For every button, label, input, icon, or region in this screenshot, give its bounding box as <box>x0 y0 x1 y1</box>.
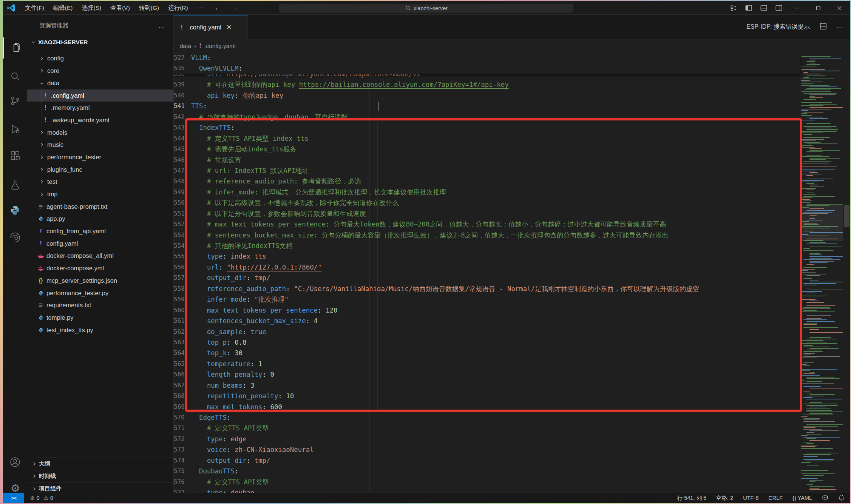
tab-config-yaml[interactable]: ! .config.yaml ✕ <box>174 15 248 39</box>
sidebar-more-actions-icon[interactable]: ··· <box>159 24 165 31</box>
sidebar-section-大纲[interactable]: 大纲 <box>27 458 173 470</box>
minimap-line <box>806 484 813 485</box>
status-encoding[interactable]: UTF-8 <box>743 495 758 501</box>
breadcrumb-folder[interactable]: data <box>180 43 191 49</box>
nav-forward-icon[interactable]: → <box>226 2 243 14</box>
tree-item-performance_tester[interactable]: performance_tester <box>27 151 173 163</box>
tree-item-config_from_api.yaml[interactable]: !config_from_api.yaml <box>27 225 173 237</box>
run-and-debug-icon[interactable] <box>3 119 27 140</box>
code-line-571: 571 # 定义TTS API类型 <box>174 423 800 433</box>
nav-back-icon[interactable]: ← <box>209 2 226 14</box>
tree-item-docker-compose.yml[interactable]: docker-compose.yml <box>27 262 173 274</box>
sidebar-root-folder[interactable]: XIAOZHI-SERVER <box>27 36 173 48</box>
code-line-549: 549 # infer_mode: 推理模式，分为普通推理和批次推理，长文本建议… <box>174 187 800 197</box>
minimap-line <box>803 137 830 138</box>
notifications-bell-icon[interactable] <box>838 494 845 502</box>
tree-item-.memory.yaml[interactable]: !.memory.yaml <box>27 102 173 114</box>
tree-item-data[interactable]: data <box>27 77 173 89</box>
split-editor-icon[interactable] <box>820 23 827 31</box>
minimize-button[interactable] <box>786 1 808 15</box>
menu-r[interactable]: 运行(R) <box>164 1 193 15</box>
toggle-primary-sidebar-icon[interactable] <box>741 1 756 15</box>
minimap-line <box>801 448 833 449</box>
minimap-line <box>801 69 825 70</box>
toggle-secondary-sidebar-icon[interactable] <box>771 1 786 15</box>
menu-e[interactable]: 编辑(E) <box>49 1 77 15</box>
minimap-line <box>809 242 826 243</box>
customize-layout-icon[interactable] <box>726 1 741 15</box>
chevron-right-icon <box>39 179 45 185</box>
minimap-line <box>803 196 835 197</box>
tree-item-config[interactable]: config <box>27 52 173 65</box>
json-icon: {} <box>38 277 44 284</box>
minimap-line <box>806 183 814 184</box>
tree-item-requirements.txt[interactable]: requirements.txt <box>27 299 173 311</box>
sidebar-section-时间线[interactable]: 时间线 <box>27 470 173 482</box>
minimap[interactable] <box>800 52 843 493</box>
minimap-line <box>806 424 843 425</box>
tree-item-performance_tester.py[interactable]: performance_tester.py <box>27 287 173 299</box>
chevron-down-icon <box>39 80 45 86</box>
tab-close-icon[interactable]: ✕ <box>226 23 232 31</box>
tree-item-test_index_tts.py[interactable]: test_index_tts.py <box>27 324 173 336</box>
tree-item-models[interactable]: models <box>27 126 173 139</box>
minimap-line <box>803 347 830 347</box>
testing-flask-icon[interactable] <box>3 175 27 196</box>
copilot-icon[interactable] <box>822 494 828 502</box>
tree-item-.wakeup_words.yaml[interactable]: !.wakeup_words.yaml <box>27 114 173 126</box>
python-icon[interactable] <box>3 200 27 221</box>
menu-s[interactable]: 选择(S) <box>77 1 106 15</box>
tree-item-mcp_server_settings.json[interactable]: {}mcp_server_settings.json <box>27 274 173 287</box>
minimap-line <box>806 179 833 179</box>
code-editor[interactable]: 538 url: https://dashscope.aliyuncs.com/… <box>174 52 850 493</box>
minimap-slider[interactable] <box>800 205 843 241</box>
tree-item-music[interactable]: music <box>27 139 173 151</box>
search-sidebar-icon[interactable] <box>3 66 27 87</box>
breadcrumb-file[interactable]: .config.yaml <box>204 43 236 49</box>
minimap-line <box>809 97 823 98</box>
code-line-567: 567 num_beams: 3 <box>174 380 800 391</box>
account-icon[interactable] <box>3 452 27 473</box>
menu-v[interactable]: 查看(V) <box>106 1 134 15</box>
tree-item-plugins_func[interactable]: plugins_func <box>27 163 173 176</box>
status-indentation[interactable]: 空格: 2 <box>716 495 733 502</box>
toggle-panel-icon[interactable] <box>756 1 771 15</box>
editor-scrollbar[interactable] <box>843 52 850 493</box>
tree-item-core[interactable]: core <box>27 65 173 77</box>
tree-item-.config.yaml[interactable]: !.config.yaml <box>27 89 173 102</box>
remote-indicator[interactable]: >< <box>3 493 24 503</box>
tree-item-config.yaml[interactable]: !config.yaml <box>27 237 173 250</box>
esp-idf-action-button[interactable]: ESP-IDF: 搜索错误提示 <box>746 23 810 31</box>
menu-f[interactable]: 文件(F) <box>20 1 49 15</box>
tree-item-docker-compose_all.yml[interactable]: docker-compose_all.yml <box>27 250 173 262</box>
esp-idf-icon[interactable] <box>3 227 27 248</box>
minimap-line <box>803 134 812 135</box>
problems-status[interactable]: ⊘ 0 ⚠ 0 <box>30 495 53 501</box>
sidebar-section-项目组件[interactable]: 项目组件 <box>27 482 173 493</box>
tree-item-app.py[interactable]: app.py <box>27 213 173 225</box>
editor-more-actions-icon[interactable]: ··· <box>837 23 843 31</box>
source-control-icon[interactable] <box>3 90 27 111</box>
status-eol[interactable]: CRLF <box>768 495 783 501</box>
tree-item-tmp[interactable]: tmp <box>27 188 173 200</box>
tab-label: .config.yaml <box>188 24 221 31</box>
maximize-button[interactable] <box>808 1 829 15</box>
tree-item-test[interactable]: test <box>27 176 173 188</box>
close-window-button[interactable] <box>829 1 850 15</box>
minimap-line <box>801 343 837 344</box>
status-line-col[interactable]: 行 541, 列 5 <box>677 495 706 502</box>
minimap-line <box>806 190 814 190</box>
minimap-line <box>801 79 834 79</box>
scrollbar-thumb[interactable] <box>844 205 849 227</box>
command-center-search[interactable]: xiaozhi-server <box>280 4 573 12</box>
status-language-mode[interactable]: {} YAML <box>792 495 812 501</box>
tree-item-agent-base-prompt.txt[interactable]: agent-base-prompt.txt <box>27 200 173 213</box>
extensions-icon[interactable] <box>3 145 27 166</box>
file-label: app.py <box>46 215 65 222</box>
menu-g[interactable]: 转到(G) <box>134 1 164 15</box>
explorer-icon[interactable] <box>3 37 27 59</box>
minimap-line <box>809 489 836 490</box>
minimap-line <box>803 324 817 325</box>
tree-item-temple.py[interactable]: temple.py <box>27 311 173 324</box>
menu-overflow-icon[interactable]: ··· <box>193 2 209 14</box>
